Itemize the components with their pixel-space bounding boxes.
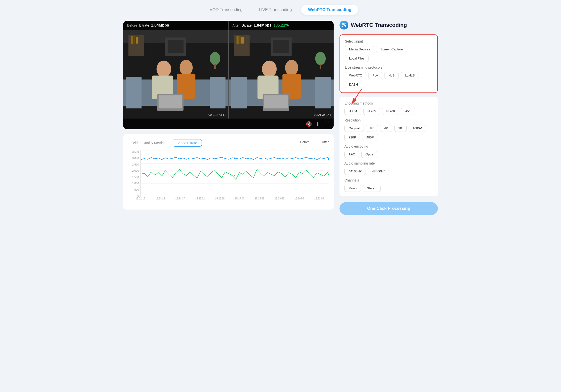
video-comparison: Before Bitrate 2.84Mbps After Bitrate 1.… [123, 21, 334, 129]
option-h264[interactable]: H.264 [344, 108, 361, 115]
option-av1[interactable]: AV1 [401, 108, 415, 115]
before-bitrate-value: 2.84Mbps [151, 23, 169, 28]
option-screen-capture[interactable]: Screen Capture [376, 46, 407, 53]
option-stereo[interactable]: Stereo [363, 185, 381, 192]
video-scene-after [229, 30, 334, 119]
tab-video-bitrate[interactable]: Video Bitrate [173, 139, 202, 147]
y-label-3500: 3,500 [128, 151, 140, 153]
bitrate-chart [141, 151, 329, 197]
option-44100hz[interactable]: 44100HZ [344, 168, 366, 175]
chart-tabs: Video Quality Metrics Video Bitrate Befo… [128, 139, 329, 147]
video-header: Before Bitrate 2.84Mbps After Bitrate 1.… [123, 21, 334, 30]
y-label-1500: 1,500 [128, 176, 140, 179]
x-label-6: 15:28:48 [255, 197, 264, 205]
video-controls: 🔇 ⏸ ⛶ [123, 119, 334, 129]
y-label-2500: 2,500 [128, 163, 140, 166]
chart-legend: Before After [294, 140, 329, 144]
svg-point-36 [315, 52, 326, 65]
right-panel: WebRTC Transcoding Select input Media De… [340, 21, 438, 215]
svg-rect-29 [315, 77, 331, 108]
live-protocols-label: Live streaming protocols [345, 65, 432, 69]
svg-rect-18 [214, 64, 216, 69]
video-frame-after: 00:01:36.141 [229, 30, 334, 119]
svg-rect-22 [236, 36, 239, 44]
resolution-options: Original 8K 4K 2K 1080P 720P 480P [344, 125, 433, 141]
option-hls[interactable]: HLS [384, 72, 399, 79]
legend-after-line [316, 142, 321, 142]
svg-point-13 [180, 60, 193, 75]
svg-point-50 [234, 175, 236, 176]
option-4k[interactable]: 4K [380, 125, 392, 132]
tab-live[interactable]: LIVE Transcoding [252, 5, 299, 15]
mute-icon[interactable]: 🔇 [306, 121, 312, 127]
chart-area [140, 151, 329, 197]
tab-quality-metrics[interactable]: Video Quality Metrics [128, 139, 170, 147]
svg-point-49 [141, 174, 141, 175]
option-1080p[interactable]: 1080P [409, 125, 426, 132]
svg-rect-9 [126, 77, 142, 108]
encoding-arrow-area: Encoding methods [344, 101, 433, 105]
video-frame-before: 00:01:37.141 [123, 30, 229, 119]
option-h265[interactable]: H.265 [363, 108, 380, 115]
option-local-files[interactable]: Local Files [345, 55, 369, 62]
channels-label: Channels [344, 178, 433, 182]
option-llhls[interactable]: LLHLS [401, 72, 419, 79]
tab-vod[interactable]: VOD Transcoding [203, 5, 250, 15]
option-dash[interactable]: DASH [345, 81, 362, 88]
option-h266[interactable]: H.266 [382, 108, 399, 115]
after-timestamp: 00:01:36.141 [314, 113, 331, 117]
panel-title-row: WebRTC Transcoding [340, 21, 438, 30]
before-bitrate-label: Bitrate [139, 23, 149, 27]
option-8k[interactable]: 8K [366, 125, 378, 132]
option-flv[interactable]: FLV [368, 72, 382, 79]
option-480p[interactable]: 480P [362, 134, 378, 141]
top-navigation: VOD Transcoding LIVE Transcoding WebRTC … [5, 5, 556, 15]
pause-icon[interactable]: ⏸ [316, 121, 321, 127]
fullscreen-icon[interactable]: ⛶ [325, 121, 330, 127]
y-label-2000: 2,000 [128, 169, 140, 172]
option-original[interactable]: Original [344, 125, 364, 132]
legend-after-label: After [322, 140, 329, 144]
y-label-0: 0 [128, 194, 140, 197]
option-media-devices[interactable]: Media Devices [345, 46, 374, 53]
channels-options: Mono Stereo [344, 185, 433, 192]
x-label-7: 15:29:53 [275, 197, 284, 205]
x-label-0: 15:22:16 [136, 197, 145, 205]
option-2k[interactable]: 2K [394, 125, 407, 132]
legend-before-line [294, 142, 299, 142]
audio-encoding-options: AAC Opus [344, 151, 433, 158]
left-panel: Before Bitrate 2.84Mbps After Bitrate 1.… [123, 21, 334, 215]
video-after-header: After Bitrate 1.84Mbps ↓35.21% [229, 21, 334, 30]
resolution-label: Resolution [344, 118, 433, 122]
svg-rect-28 [231, 77, 247, 108]
x-label-4: 15:26:38 [215, 197, 225, 205]
svg-point-32 [285, 60, 298, 75]
option-aac[interactable]: AAC [344, 151, 359, 158]
option-webrtc[interactable]: WebRTC [345, 72, 366, 79]
tab-webrtc[interactable]: WebRTC Transcoding [301, 5, 358, 15]
webrtc-icon [341, 23, 346, 28]
x-axis: 15:22:16 15:23:22 15:24:27 15:25:32 15:2… [140, 197, 329, 205]
y-label-500: 500 [128, 188, 140, 191]
option-opus[interactable]: Opus [361, 151, 377, 158]
option-720p[interactable]: 720P [344, 134, 360, 141]
y-label-3000: 3,000 [128, 157, 140, 160]
svg-point-30 [262, 60, 277, 77]
panel-title: WebRTC Transcoding [351, 22, 407, 28]
option-mono[interactable]: Mono [344, 185, 361, 192]
svg-rect-16 [159, 95, 182, 108]
svg-point-47 [234, 158, 236, 159]
bitrate-reduction: ↓35.21% [273, 23, 289, 28]
select-input-options: Media Devices Screen Capture Local Files [345, 46, 432, 62]
one-click-processing-button[interactable]: One-Click Processing [340, 202, 438, 215]
option-48000hz[interactable]: 48000HZ [368, 168, 389, 175]
svg-point-17 [210, 52, 220, 65]
after-bitrate-label: Bitrate [242, 23, 251, 27]
select-input-label: Select input [345, 39, 432, 43]
y-axis: 0 500 1,000 1,500 2,000 2,500 3,000 3,50… [128, 151, 140, 197]
x-label-8: 15:30:58 [295, 197, 304, 205]
after-bitrate-value: 1.84Mbps [254, 23, 272, 28]
svg-rect-7 [168, 40, 183, 53]
svg-rect-4 [134, 36, 135, 44]
svg-rect-3 [131, 36, 133, 44]
